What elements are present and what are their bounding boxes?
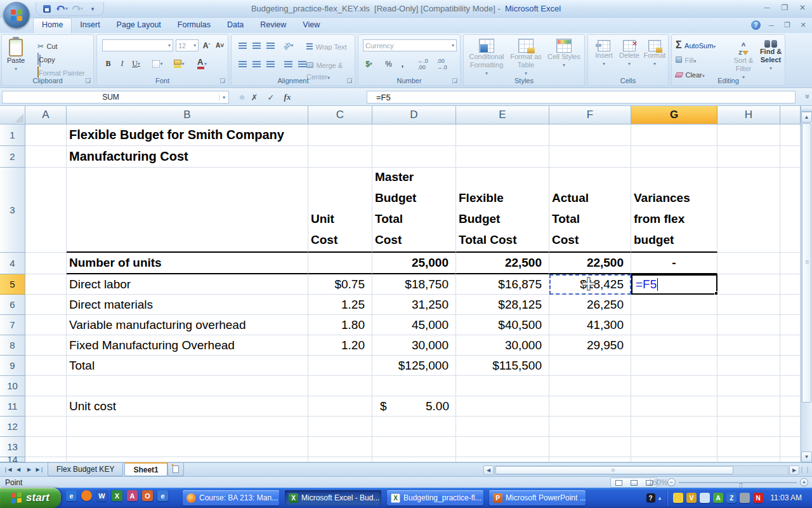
cell-C7[interactable]: 1.80 [308, 315, 372, 335]
align-left-button[interactable] [237, 58, 249, 70]
cell-E11[interactable] [456, 396, 549, 417]
cell-D12[interactable] [372, 417, 456, 437]
ribbon-tab-review[interactable]: Review [252, 18, 294, 33]
cell-G13[interactable] [631, 437, 717, 457]
cell-H13[interactable] [717, 437, 780, 457]
align-middle-button[interactable] [251, 39, 263, 51]
cell-G12[interactable] [631, 417, 717, 437]
cell-B14[interactable] [67, 457, 308, 462]
cell-B7[interactable]: Variable manufacturing overhead [67, 315, 308, 335]
row-header-4[interactable]: 4 [0, 253, 25, 274]
workbook-restore-button[interactable]: ❐ [782, 21, 792, 29]
cell-G5[interactable]: =F5 [631, 274, 717, 295]
column-header-A[interactable]: A [25, 106, 67, 124]
insert-function-button[interactable]: fx [281, 92, 294, 102]
cell-B5[interactable]: Direct labor [67, 274, 308, 295]
cell-A14[interactable] [25, 457, 67, 462]
zoom-out-icon[interactable]: − [667, 478, 676, 486]
bold-button[interactable]: B [102, 58, 114, 70]
expand-formula-bar-icon[interactable]: « [803, 95, 812, 99]
row-header-2[interactable]: 2 [0, 146, 25, 168]
cell-I7[interactable] [780, 315, 801, 335]
number-dialog-launcher[interactable] [452, 78, 458, 84]
cell-B9[interactable]: Total [67, 356, 308, 376]
cell-A2[interactable] [25, 146, 67, 168]
cell-F12[interactable] [549, 417, 631, 437]
cell-E3[interactable]: Flexible Budget Total Cost [456, 168, 549, 253]
cell-G3[interactable]: Variances from flex budget [631, 168, 717, 253]
font-size-select[interactable]: 12▾ [176, 39, 199, 51]
cell-A3[interactable] [25, 168, 67, 253]
cell-A11[interactable] [25, 396, 67, 417]
cell-I13[interactable] [780, 437, 801, 457]
cell-A9[interactable] [25, 356, 67, 376]
cell-E6[interactable]: $28,125 [456, 295, 549, 315]
fill-handle[interactable] [714, 291, 718, 295]
cell-H6[interactable] [717, 295, 780, 315]
cell-B10[interactable] [67, 376, 308, 396]
row-header-11[interactable]: 11 [0, 396, 25, 417]
cell-B1[interactable]: Flexible Budget for Smith Company [67, 124, 308, 146]
decrease-decimal-button[interactable]: .00→.0 [436, 58, 448, 70]
close-button[interactable]: ✕ [797, 3, 808, 12]
cell-C9[interactable] [308, 356, 372, 376]
row-header-3[interactable]: 3 [0, 168, 25, 253]
cell-H4[interactable] [717, 253, 780, 274]
row-header-14[interactable]: 14 [0, 457, 25, 462]
cell-H9[interactable] [717, 356, 780, 376]
cell-C14[interactable] [308, 457, 372, 462]
ribbon-tab-view[interactable]: View [294, 18, 328, 33]
cell-F11[interactable] [549, 396, 631, 417]
taskbar-button-microsoft-excel-bud[interactable]: XMicrosoft Excel - Bud... [285, 490, 381, 505]
cut-button[interactable]: ✂ Cut [37, 40, 58, 51]
cell-F4[interactable]: 22,500 [549, 253, 631, 274]
cell-C4[interactable] [308, 253, 372, 274]
cell-I12[interactable] [780, 417, 801, 437]
cell-F3[interactable]: Actual Total Cost [549, 168, 631, 253]
cell-F8[interactable]: 29,950 [549, 335, 631, 356]
align-bottom-button[interactable] [265, 39, 277, 51]
tray-messenger-icon[interactable] [673, 493, 683, 503]
format-as-table-button[interactable]: Format as Table▾ [507, 39, 545, 77]
cell-F1[interactable] [549, 124, 631, 146]
zoom-in-icon[interactable]: + [800, 478, 808, 486]
cell-I10[interactable] [780, 376, 801, 396]
grow-font-button[interactable]: Aˆ [200, 39, 213, 51]
normal-view-button[interactable] [611, 478, 626, 487]
taskbar-button-budgeting-practice-fl[interactable]: XBudgeting_practice-fl... [387, 490, 483, 505]
cell-G6[interactable] [631, 295, 717, 315]
cell-H12[interactable] [717, 417, 780, 437]
cell-I14[interactable] [780, 457, 801, 462]
cell-E14[interactable] [456, 457, 549, 462]
cell-D7[interactable]: 45,000 [372, 315, 456, 335]
shrink-font-button[interactable]: A˅ [214, 39, 226, 51]
font-color-button[interactable]: A▾ [196, 58, 208, 70]
delete-cells-button[interactable]: Delete▾ [617, 40, 641, 68]
number-format-select[interactable]: Currency▾ [363, 39, 457, 51]
row-header-6[interactable]: 6 [0, 295, 25, 315]
find-select-button[interactable]: Find & Select▾ [757, 40, 785, 72]
cell-C3[interactable]: Unit Cost [308, 168, 372, 253]
cell-G1[interactable] [631, 124, 717, 146]
underline-button[interactable]: U▾ [130, 58, 142, 70]
taskbar-button-course-ba-213-man[interactable]: Course: BA 213: Man... [183, 490, 279, 505]
cell-A8[interactable] [25, 335, 67, 356]
hide-icons-chevron-icon[interactable]: ▴ [658, 495, 662, 501]
tray-help-icon[interactable]: ? [646, 493, 655, 502]
cell-A7[interactable] [25, 315, 67, 335]
paste-button[interactable]: Paste▾ [7, 39, 25, 73]
resize-grip[interactable]: ❘❘ [799, 466, 811, 473]
first-sheet-button[interactable]: ❘◀ [3, 465, 12, 474]
row-header-5[interactable]: 5 [0, 274, 25, 295]
cell-I11[interactable] [780, 396, 801, 417]
ribbon-tab-formulas[interactable]: Formulas [169, 18, 219, 33]
cell-E8[interactable]: 30,000 [456, 335, 549, 356]
access-icon[interactable]: A [127, 490, 138, 501]
internet-explorer-icon[interactable]: e [66, 490, 77, 501]
tray-agent-icon[interactable]: A [713, 493, 723, 503]
tray-shield-icon[interactable]: V [686, 493, 697, 503]
outlook-icon[interactable]: O [142, 490, 153, 501]
accounting-format-button[interactable]: $▾ [363, 58, 375, 70]
name-box-splitter[interactable] [240, 95, 244, 100]
cell-F2[interactable] [549, 146, 631, 168]
